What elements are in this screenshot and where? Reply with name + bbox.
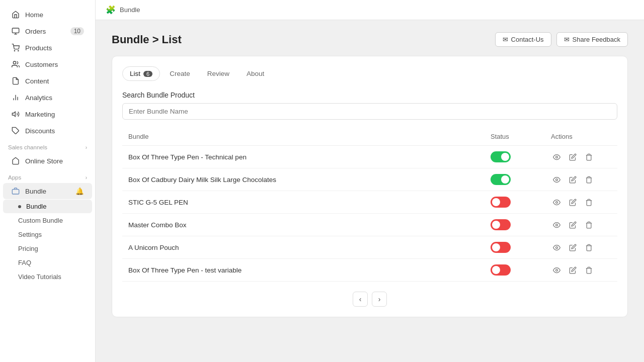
tab-about[interactable]: About: [239, 66, 272, 81]
sidebar-item-home[interactable]: Home: [3, 7, 92, 23]
search-input[interactable]: [122, 103, 617, 120]
edit-icon[interactable]: [567, 151, 578, 162]
breadcrumb: 🧩 Bundle: [96, 0, 644, 20]
status-cell: [491, 242, 551, 253]
sidebar-item-label: Marketing: [25, 111, 55, 118]
sidebar-item-analytics[interactable]: Analytics: [3, 89, 92, 106]
delete-icon[interactable]: [583, 197, 594, 208]
sidebar-sub-item-pricing[interactable]: Pricing: [3, 242, 92, 255]
content-icon: [11, 76, 20, 85]
sidebar-badge: 10: [70, 27, 84, 35]
sidebar-sub-label: Pricing: [18, 245, 38, 252]
sidebar-item-customers[interactable]: Customers: [3, 56, 92, 72]
status-toggle[interactable]: [491, 264, 511, 276]
table-row: A Unicorn Pouch: [122, 236, 617, 259]
sidebar-sub-item-bundle-sub[interactable]: Bundle: [3, 200, 92, 213]
actions-cell: [551, 174, 611, 185]
status-cell: [491, 174, 551, 185]
sidebar-item-label: Discounts: [25, 127, 55, 135]
sidebar-item-label: Online Store: [25, 157, 63, 165]
sidebar-item-content[interactable]: Content: [3, 73, 92, 89]
chevron-icon: ›: [86, 175, 87, 180]
bundle-card: List6CreateReviewAbout Search Bundle Pro…: [112, 56, 628, 317]
delete-icon[interactable]: [583, 219, 594, 230]
view-icon[interactable]: [551, 264, 562, 276]
sidebar-sub-item-settings[interactable]: Settings: [3, 228, 92, 241]
prev-page-button[interactable]: ‹: [353, 292, 368, 307]
status-toggle[interactable]: [491, 197, 511, 208]
svg-point-14: [555, 201, 557, 203]
tab-create[interactable]: Create: [162, 66, 198, 81]
svg-point-3: [14, 50, 15, 51]
view-icon[interactable]: [551, 219, 562, 230]
delete-icon[interactable]: [583, 242, 594, 253]
status-toggle[interactable]: [491, 219, 511, 230]
status-cell: [491, 151, 551, 162]
delete-icon[interactable]: [583, 151, 594, 162]
status-toggle[interactable]: [491, 174, 511, 185]
sidebar-item-marketing[interactable]: Marketing: [3, 106, 92, 122]
tab-badge: 6: [143, 71, 152, 77]
tab-list[interactable]: List6: [122, 66, 160, 81]
sidebar-item-label: Analytics: [25, 94, 52, 102]
sidebar-sub-item-faq[interactable]: FAQ: [3, 256, 92, 269]
bundle-name: Box Of Cadbury Dairy Milk Silk Large Cho…: [128, 176, 491, 184]
status-toggle[interactable]: [491, 151, 511, 162]
table-row: Master Combo Box: [122, 214, 617, 236]
edit-icon[interactable]: [567, 174, 578, 185]
sidebar-sub-item-custom-bundle[interactable]: Custom Bundle: [3, 214, 92, 227]
marketing-icon: [11, 110, 20, 119]
actions-cell: [551, 242, 611, 253]
svg-marker-9: [12, 112, 15, 116]
svg-point-17: [555, 269, 557, 271]
bundle-icon: [11, 187, 20, 196]
page-title: Bundle > List: [112, 33, 182, 46]
sidebar-sub-label: Bundle: [26, 203, 46, 210]
share-feedback-button[interactable]: ✉ Share Feedback: [556, 32, 628, 47]
sidebar-item-bundle[interactable]: Bundle 🔔: [3, 183, 92, 199]
svg-point-13: [555, 178, 557, 180]
edit-icon[interactable]: [567, 242, 578, 253]
delete-icon[interactable]: [583, 264, 594, 276]
bundle-name: Box Of Three Type Pen - Technical pen: [128, 153, 491, 161]
sidebar-sub-item-video-tutorials[interactable]: Video Tutorials: [3, 270, 92, 284]
sidebar-sub-label: Settings: [18, 231, 42, 238]
main-content: 🧩 Bundle Bundle > List ✉ Contact-Us ✉ Sh…: [96, 0, 644, 362]
edit-icon[interactable]: [567, 264, 578, 276]
bell-icon[interactable]: 🔔: [75, 187, 84, 195]
edit-icon[interactable]: [567, 219, 578, 230]
content-area: Bundle > List ✉ Contact-Us ✉ Share Feedb…: [96, 20, 644, 362]
contact-us-button[interactable]: ✉ Contact-Us: [495, 32, 551, 47]
delete-icon[interactable]: [583, 174, 594, 185]
dot-icon: [18, 205, 21, 208]
sidebar-item-discounts[interactable]: Discounts: [3, 123, 92, 139]
orders-icon: [11, 27, 20, 36]
breadcrumb-icon: 🧩: [106, 5, 116, 15]
tab-label: About: [247, 70, 264, 77]
status-toggle[interactable]: [491, 242, 511, 253]
sidebar-item-online-store[interactable]: Online Store: [3, 153, 92, 169]
view-icon[interactable]: [551, 242, 562, 253]
sales-channels-label: Sales channels: [8, 144, 47, 150]
actions-cell: [551, 264, 611, 276]
view-icon[interactable]: [551, 174, 562, 185]
sidebar-nav: Home Orders 10 Products Customers Conten…: [0, 0, 95, 288]
sidebar-item-label: Products: [25, 44, 52, 52]
next-page-button[interactable]: ›: [372, 292, 387, 307]
header-actions: ✉ Contact-Us ✉ Share Feedback: [495, 32, 628, 47]
bundle-name: Master Combo Box: [128, 221, 491, 229]
sidebar-item-label: Customers: [25, 61, 58, 68]
bundle-name: Box Of Three Type Pen - test variable: [128, 266, 491, 274]
products-icon: [11, 43, 20, 52]
status-cell: [491, 197, 551, 208]
edit-icon[interactable]: [567, 197, 578, 208]
view-icon[interactable]: [551, 151, 562, 162]
table-row: Box Of Three Type Pen - Technical pen: [122, 146, 617, 168]
view-icon[interactable]: [551, 197, 562, 208]
tab-review[interactable]: Review: [200, 66, 237, 81]
sidebar-item-orders[interactable]: Orders 10: [3, 23, 92, 39]
sidebar-item-products[interactable]: Products: [3, 40, 92, 56]
tab-label: Create: [170, 70, 190, 77]
status-cell: [491, 219, 551, 230]
search-section: Search Bundle Product: [122, 91, 617, 120]
